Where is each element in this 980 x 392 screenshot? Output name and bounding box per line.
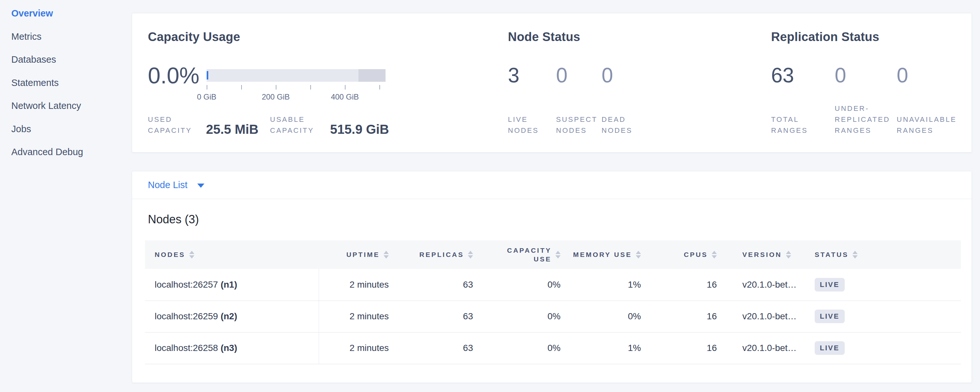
sidebar-item-databases[interactable]: Databases <box>11 48 118 72</box>
capacity-usage-bar: 0 GiB 200 GiB 400 GiB <box>207 69 385 105</box>
under-replicated-ranges-label: UNDER-REPLICATED RANGES <box>835 103 897 136</box>
sidebar-item-overview[interactable]: Overview <box>11 2 118 25</box>
node-address-cell: localhost:26258(n3) <box>145 332 319 364</box>
node-status-panel: Node Status 3 0 0 LIVE NODES SUSPECT NOD… <box>508 13 760 152</box>
axis-label-400gib: 400 GiB <box>331 92 359 102</box>
table-row: localhost:26257(n1) 2 minutes 63 0% 1% 1… <box>145 269 961 301</box>
cpus-cell: 16 <box>652 301 729 332</box>
sidebar-item-advanced-debug[interactable]: Advanced Debug <box>11 140 118 164</box>
used-capacity-value: 25.5 MiB <box>206 123 258 136</box>
sidebar-item-jobs[interactable]: Jobs <box>11 118 118 141</box>
replication-status-title: Replication Status <box>771 30 879 44</box>
capacity-bar-track <box>207 69 385 82</box>
status-badge: LIVE <box>815 341 845 355</box>
sort-icon <box>786 251 791 258</box>
usable-capacity-label: USABLE CAPACITY <box>270 114 324 136</box>
sort-icon <box>555 251 560 258</box>
unavailable-ranges-value: 0 <box>897 65 968 86</box>
sidebar-item-metrics[interactable]: Metrics <box>11 25 118 48</box>
cpus-cell: 16 <box>652 332 729 364</box>
memory-use-cell: 1% <box>572 269 652 301</box>
column-header-replicas[interactable]: REPLICAS <box>400 241 485 269</box>
replicas-cell: 63 <box>400 269 485 301</box>
dead-nodes-label: DEAD NODES <box>601 114 660 136</box>
capacity-usage-title: Capacity Usage <box>148 30 240 44</box>
total-ranges-value: 63 <box>771 65 835 86</box>
axis-tick <box>379 85 380 89</box>
version-cell: v20.1.0-bet… <box>729 269 801 301</box>
capacity-use-cell: 0% <box>485 301 572 332</box>
sidebar-item-statements[interactable]: Statements <box>11 72 118 95</box>
live-nodes-value: 3 <box>508 65 556 86</box>
column-header-version[interactable]: VERSION <box>729 241 801 269</box>
version-cell: v20.1.0-bet… <box>729 301 801 332</box>
column-header-nodes[interactable]: NODES <box>145 241 319 269</box>
axis-tick <box>345 85 345 89</box>
capacity-use-cell: 0% <box>485 332 572 364</box>
memory-use-cell: 0% <box>572 301 652 332</box>
sort-icon <box>383 251 389 258</box>
capacity-usage-panel: Capacity Usage 0.0% 0 GiB 200 GiB <box>148 13 519 152</box>
table-header-row: NODES UPTIME REPLICAS CAPACITY USE MEMOR… <box>145 241 961 269</box>
replication-status-panel: Replication Status 63 0 0 TOTAL RANGES U… <box>771 13 971 152</box>
column-header-uptime[interactable]: UPTIME <box>319 241 400 269</box>
capacity-use-cell: 0% <box>485 269 572 301</box>
node-status-title: Node Status <box>508 30 580 44</box>
suspect-nodes-label: SUSPECT NODES <box>556 114 601 136</box>
column-header-cpus[interactable]: CPUS <box>652 241 729 269</box>
sort-icon <box>853 251 858 258</box>
axis-label-0gib: 0 GiB <box>197 92 216 102</box>
status-cell: LIVE <box>801 301 961 332</box>
replicas-cell: 63 <box>400 301 485 332</box>
total-ranges-label: TOTAL RANGES <box>771 114 835 136</box>
node-list-dropdown[interactable]: Node List <box>148 180 204 190</box>
table-row: localhost:26258(n3) 2 minutes 63 0% 1% 1… <box>145 332 961 364</box>
usable-capacity-value: 515.9 GiB <box>330 123 389 136</box>
node-list-card: Node List Nodes (3) NODES UPTIME <box>132 171 972 383</box>
status-badge: LIVE <box>815 309 845 323</box>
replicas-cell: 63 <box>400 332 485 364</box>
uptime-cell: 2 minutes <box>319 269 400 301</box>
version-cell: v20.1.0-bet… <box>729 332 801 364</box>
sort-icon <box>189 251 194 258</box>
node-list-dropdown-label: Node List <box>148 180 188 190</box>
capacity-bar-reserved-segment <box>358 69 385 82</box>
status-cell: LIVE <box>801 269 961 301</box>
used-capacity-label: USED CAPACITY <box>148 114 200 136</box>
status-badge: LIVE <box>815 278 845 292</box>
capacity-bar-used-marker <box>207 71 208 80</box>
view-selector-row: Node List <box>132 171 972 199</box>
column-header-memory-use[interactable]: MEMORY USE <box>572 241 652 269</box>
suspect-nodes-value: 0 <box>556 65 601 86</box>
sort-icon <box>636 251 641 258</box>
chevron-down-icon <box>197 183 204 188</box>
axis-label-200gib: 200 GiB <box>262 92 290 102</box>
cluster-summary-card: Capacity Usage 0.0% 0 GiB 200 GiB <box>132 13 972 153</box>
live-nodes-label: LIVE NODES <box>508 114 556 136</box>
axis-tick <box>241 85 242 89</box>
table-row: localhost:26259(n2) 2 minutes 63 0% 0% 1… <box>145 301 961 332</box>
node-address-cell: localhost:26259(n2) <box>145 301 319 332</box>
column-header-status[interactable]: STATUS <box>801 241 961 269</box>
node-address-cell: localhost:26257(n1) <box>145 269 319 301</box>
status-cell: LIVE <box>801 332 961 364</box>
under-replicated-ranges-value: 0 <box>835 65 897 86</box>
nodes-section-title: Nodes (3) <box>148 213 972 226</box>
nodes-table: NODES UPTIME REPLICAS CAPACITY USE MEMOR… <box>145 241 961 364</box>
sort-icon <box>468 251 473 258</box>
axis-tick <box>207 85 207 89</box>
unavailable-ranges-label: UNAVAILABLE RANGES <box>897 114 968 136</box>
sidebar-item-network-latency[interactable]: Network Latency <box>11 94 118 118</box>
axis-tick <box>310 85 311 89</box>
sidebar: Overview Metrics Databases Statements Ne… <box>0 0 132 392</box>
uptime-cell: 2 minutes <box>319 332 400 364</box>
axis-tick <box>276 85 277 89</box>
column-header-capacity-use[interactable]: CAPACITY USE <box>485 241 572 269</box>
cpus-cell: 16 <box>652 269 729 301</box>
sort-icon <box>712 251 717 258</box>
memory-use-cell: 1% <box>572 332 652 364</box>
uptime-cell: 2 minutes <box>319 301 400 332</box>
dead-nodes-value: 0 <box>601 65 660 86</box>
